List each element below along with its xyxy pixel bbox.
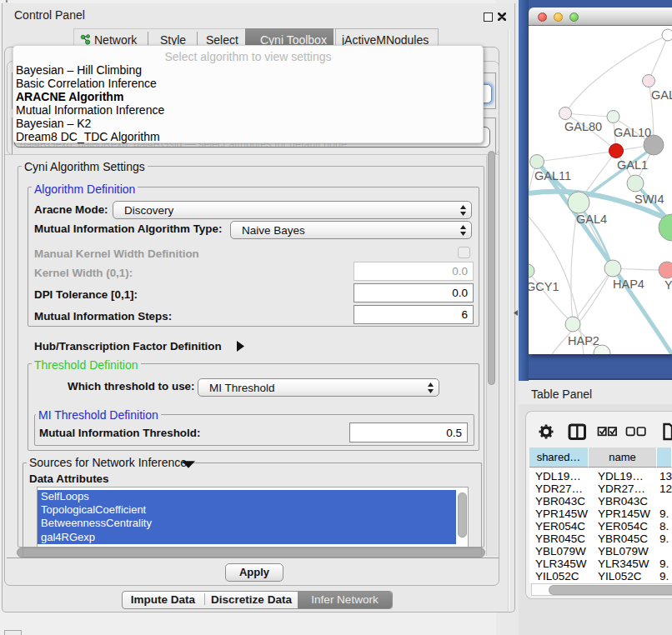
- svg-text:HAP2: HAP2: [568, 334, 599, 348]
- svg-text:Y: Y: [664, 278, 672, 292]
- svg-text:GAL80: GAL80: [564, 120, 602, 133]
- svg-text:SWI4: SWI4: [634, 192, 664, 206]
- svg-text:GAL1: GAL1: [617, 158, 648, 172]
- svg-text:GAL11: GAL11: [534, 169, 571, 182]
- svg-text:HAP4: HAP4: [613, 278, 644, 291]
- svg-text:GAL10: GAL10: [614, 126, 651, 139]
- svg-text:GCY1: GCY1: [529, 280, 559, 293]
- svg-text:GAL4: GAL4: [576, 212, 607, 226]
- svg-text:GAL: GAL: [651, 88, 672, 102]
